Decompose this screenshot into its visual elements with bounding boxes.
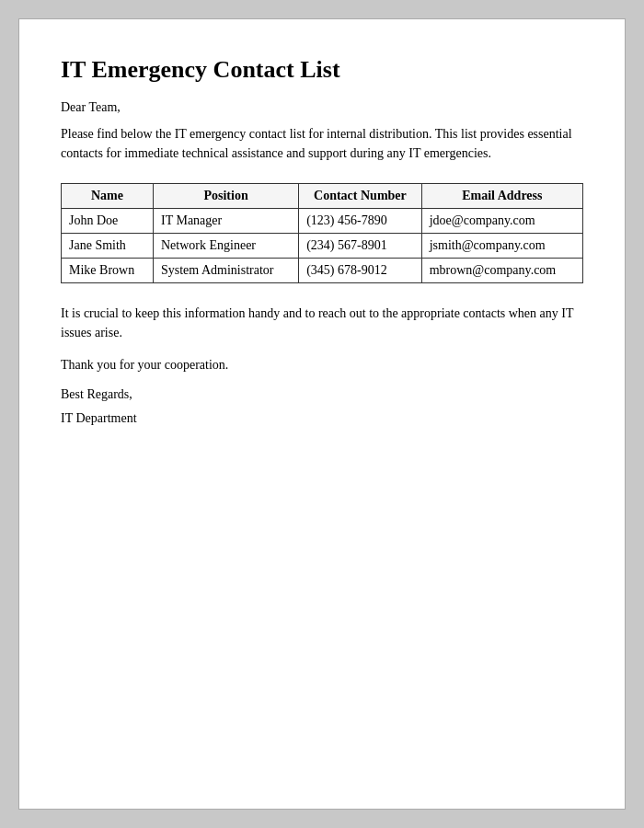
cell-email: jdoe@company.com [421,209,582,234]
cell-position: Network Engineer [153,234,298,259]
cell-contact: (123) 456-7890 [299,209,422,234]
col-header-email: Email Address [421,184,582,209]
col-header-name: Name [62,184,154,209]
col-header-position: Position [153,184,298,209]
table-header-row: Name Position Contact Number Email Addre… [62,184,583,209]
cell-name: John Doe [62,209,154,234]
cell-name: Jane Smith [62,234,154,259]
signature-text: IT Department [61,411,583,426]
cell-contact: (234) 567-8901 [299,234,422,259]
thank-you-text: Thank you for your cooperation. [61,355,583,374]
document-page: IT Emergency Contact List Dear Team, Ple… [18,18,626,810]
intro-paragraph: Please find below the IT emergency conta… [61,124,583,163]
cell-email: jsmith@company.com [421,234,582,259]
cell-position: IT Manager [153,209,298,234]
salutation: Dear Team, [61,100,583,115]
page-title: IT Emergency Contact List [61,56,583,84]
closing-text: Best Regards, [61,387,583,402]
cell-position: System Administrator [153,259,298,283]
body-paragraph: It is crucial to keep this information h… [61,304,583,342]
table-row: Jane SmithNetwork Engineer(234) 567-8901… [62,234,583,259]
col-header-contact: Contact Number [299,184,422,209]
table-row: John DoeIT Manager(123) 456-7890jdoe@com… [62,209,583,234]
cell-contact: (345) 678-9012 [299,259,422,283]
cell-name: Mike Brown [62,259,154,283]
table-row: Mike BrownSystem Administrator(345) 678-… [62,259,583,283]
cell-email: mbrown@company.com [421,259,582,283]
contact-table: Name Position Contact Number Email Addre… [61,183,583,283]
